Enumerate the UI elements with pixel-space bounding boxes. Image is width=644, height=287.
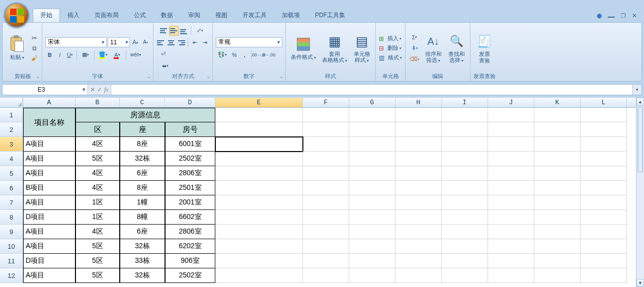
phonetic-button[interactable]: wén▾	[128, 50, 143, 59]
cell-H5[interactable]	[395, 166, 442, 181]
fill-color-button[interactable]: 🪣▾	[97, 50, 110, 59]
cell-E11[interactable]	[215, 254, 303, 268]
fill-button[interactable]: ⬇▾	[409, 44, 421, 53]
cell-E12[interactable]	[215, 268, 303, 283]
select-all-corner[interactable]	[0, 98, 23, 107]
cell-G3[interactable]	[349, 137, 395, 152]
cut-button[interactable]: ✂	[30, 34, 39, 43]
row-header-5[interactable]: 5	[0, 166, 23, 181]
cell-E9[interactable]	[215, 225, 303, 239]
font-name-dropdown[interactable]: ▼	[100, 40, 106, 45]
column-header-E[interactable]: E	[215, 98, 303, 107]
cell-H4[interactable]	[395, 152, 442, 166]
cell-J7[interactable]	[488, 195, 534, 210]
column-header-G[interactable]: G	[349, 98, 395, 107]
insert-function-button[interactable]: fx	[104, 86, 109, 94]
cell-C10[interactable]: 32栋	[120, 239, 165, 254]
cell-L8[interactable]	[581, 210, 627, 225]
cell-J1[interactable]	[488, 108, 534, 122]
cell-I5[interactable]	[442, 166, 488, 181]
accounting-format-button[interactable]: 💱▾	[216, 50, 229, 59]
cell-D3[interactable]: 6001室	[165, 137, 215, 152]
cell-F5[interactable]	[303, 166, 349, 181]
cell-G7[interactable]	[349, 195, 395, 210]
row-header-2[interactable]: 2	[0, 122, 23, 137]
cell-C5[interactable]: 6座	[120, 166, 165, 181]
row-header-1[interactable]: 1	[0, 108, 23, 122]
cell-D11[interactable]: 906室	[165, 254, 215, 268]
cell-C4[interactable]: 32栋	[120, 152, 165, 166]
align-right-button[interactable]	[177, 38, 186, 47]
merge-center-button[interactable]: ⬌▾	[157, 60, 173, 71]
align-top-button[interactable]	[159, 26, 169, 35]
cell-H1[interactable]	[395, 108, 442, 122]
cell-A1[interactable]: 项目名称	[23, 108, 75, 137]
close-window-icon[interactable]: ✕	[632, 12, 637, 19]
scroll-thumb[interactable]	[637, 107, 643, 172]
underline-button[interactable]: U▾	[65, 50, 74, 59]
cell-H10[interactable]	[395, 239, 442, 254]
column-header-C[interactable]: C	[120, 98, 165, 107]
cell-G12[interactable]	[349, 268, 395, 283]
cell-I11[interactable]	[442, 254, 488, 268]
tab-插入[interactable]: 插入	[60, 9, 87, 23]
cell-K5[interactable]	[534, 166, 581, 181]
cell-F6[interactable]	[303, 181, 349, 195]
cell-L4[interactable]	[581, 152, 627, 166]
bold-button[interactable]: B	[45, 50, 54, 59]
cell-I1[interactable]	[442, 108, 488, 122]
office-button[interactable]	[4, 3, 29, 28]
tab-审阅[interactable]: 审阅	[181, 9, 208, 23]
cell-C11[interactable]: 33栋	[120, 254, 165, 268]
cell-A12[interactable]: A项目	[23, 268, 75, 283]
cell-A6[interactable]: B项目	[23, 181, 75, 195]
cell-B9[interactable]: 4区	[75, 225, 120, 239]
conditional-format-button[interactable]: 条件格式	[289, 28, 318, 68]
cell-D5[interactable]: 2806室	[165, 166, 215, 181]
cell-B6[interactable]: 4区	[75, 181, 120, 195]
font-size-dropdown[interactable]: ▼	[124, 40, 129, 45]
cell-H12[interactable]	[395, 268, 442, 283]
cell-A3[interactable]: A项目	[23, 137, 75, 152]
column-header-A[interactable]: A	[23, 98, 75, 107]
cell-C7[interactable]: 1幢	[120, 195, 165, 210]
increase-indent-button[interactable]: ⇥	[200, 38, 209, 47]
decrease-decimal-button[interactable]: .0→.00	[264, 50, 273, 59]
cell-J8[interactable]	[488, 210, 534, 225]
cell-D4[interactable]: 2502室	[165, 152, 215, 166]
cell-L10[interactable]	[581, 239, 627, 254]
cell-K7[interactable]	[534, 195, 581, 210]
cell-I2[interactable]	[442, 122, 488, 137]
cell-D7[interactable]: 2001室	[165, 195, 215, 210]
cell-G10[interactable]	[349, 239, 395, 254]
cell-A10[interactable]: A项目	[23, 239, 75, 254]
column-header-I[interactable]: I	[442, 98, 488, 107]
row-header-9[interactable]: 9	[0, 225, 23, 239]
minimize-ribbon-icon[interactable]	[608, 17, 615, 18]
font-size-input[interactable]	[108, 39, 124, 46]
formula-input[interactable]	[111, 85, 632, 95]
cell-B11[interactable]: 5区	[75, 254, 120, 268]
cell-F10[interactable]	[303, 239, 349, 254]
cell-L2[interactable]	[581, 122, 627, 137]
cell-I10[interactable]	[442, 239, 488, 254]
cell-K11[interactable]	[534, 254, 581, 268]
row-header-12[interactable]: 12	[0, 268, 23, 283]
tab-开发工具[interactable]: 开发工具	[235, 9, 274, 23]
cell-J4[interactable]	[488, 152, 534, 166]
find-select-button[interactable]: 🔍查找和 选择	[446, 28, 467, 68]
name-box-dropdown[interactable]: ▼	[80, 87, 88, 92]
cell-J11[interactable]	[488, 254, 534, 268]
cell-E5[interactable]	[215, 166, 303, 181]
column-header-H[interactable]: H	[395, 98, 442, 107]
cell-G4[interactable]	[349, 152, 395, 166]
scroll-down-button[interactable]: ▼	[636, 279, 644, 287]
cell-L12[interactable]	[581, 268, 627, 283]
cell-J3[interactable]	[488, 137, 534, 152]
autosum-button[interactable]: Σ▾	[409, 33, 421, 42]
cell-G2[interactable]	[349, 122, 395, 137]
cell-H9[interactable]	[395, 225, 442, 239]
cell-L1[interactable]	[581, 108, 627, 122]
cell-D2[interactable]: 房号	[165, 122, 215, 137]
cell-J10[interactable]	[488, 239, 534, 254]
